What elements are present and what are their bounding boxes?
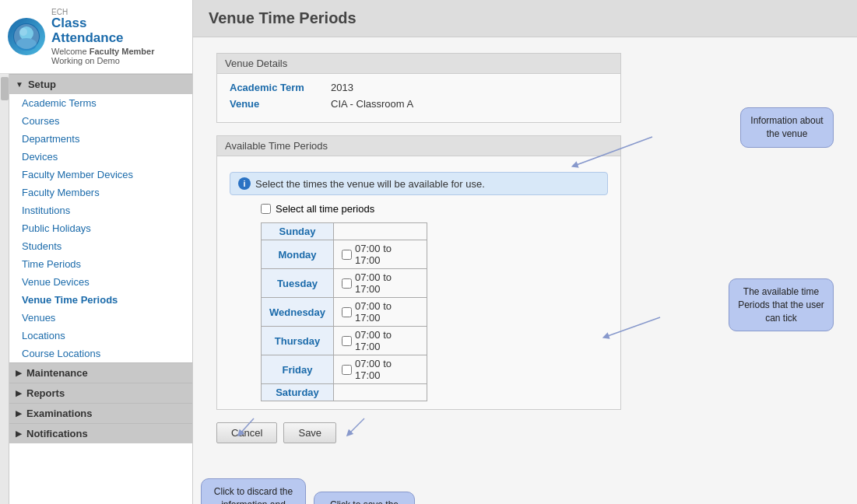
maintenance-label: Maintenance — [26, 367, 88, 379]
table-row: Saturday — [262, 384, 427, 401]
sidebar-item-venues[interactable]: Venues — [9, 309, 192, 327]
content-area: Venue Details Academic Term 2013 Venue C… — [193, 37, 857, 459]
academic-term-label: Academic Term — [230, 82, 331, 93]
time-periods-table: Sunday Monday 07:00 to 17:00 — [261, 222, 427, 401]
sidebar-item-locations[interactable]: Locations — [9, 327, 192, 345]
sidebar-section-examinations[interactable]: ▶ Examinations — [9, 403, 192, 423]
examinations-label: Examinations — [26, 408, 93, 419]
info-text: Select the times the venue will be avail… — [255, 178, 485, 190]
thursday-time: 07:00 to 17:00 — [355, 329, 419, 352]
info-icon: i — [238, 177, 251, 190]
venue-label: Venue — [230, 98, 331, 110]
notifications-label: Notifications — [26, 428, 88, 439]
sidebar-item-venue-time-periods[interactable]: Venue Time Periods — [9, 291, 192, 309]
wednesday-checkbox[interactable] — [342, 307, 352, 317]
available-periods-section: Available Time Periods i Select the time… — [216, 135, 621, 410]
thursday-checkbox[interactable] — [342, 336, 352, 346]
day-tuesday: Tuesday — [262, 269, 334, 298]
sidebar: ECH ClassAttendance Welcome Faculty Memb… — [0, 0, 193, 504]
wednesday-time: 07:00 to 17:00 — [355, 300, 419, 324]
time-saturday — [334, 384, 427, 401]
sidebar-section-reports[interactable]: ▶ Reports — [9, 383, 192, 403]
day-sunday: Sunday — [262, 223, 334, 240]
svg-point-3 — [19, 28, 27, 36]
day-thursday: Thursday — [262, 327, 334, 355]
sidebar-header: ECH ClassAttendance Welcome Faculty Memb… — [0, 0, 192, 74]
sidebar-item-faculty-member-devices[interactable]: Faculty Member Devices — [9, 166, 192, 184]
sidebar-item-devices[interactable]: Devices — [9, 148, 192, 166]
welcome-text: Welcome Faculty MemberWorking on Demo — [51, 47, 154, 65]
cancel-button[interactable]: Cancel — [216, 422, 277, 443]
time-tuesday: 07:00 to 17:00 — [334, 269, 427, 298]
svg-point-1 — [19, 26, 33, 40]
button-row: Cancel Save — [216, 422, 834, 443]
sidebar-item-academic-terms[interactable]: Academic Terms — [9, 94, 192, 112]
table-row: Friday 07:00 to 17:00 — [262, 355, 427, 384]
friday-checkbox[interactable] — [342, 365, 352, 375]
sidebar-item-institutions[interactable]: Institutions — [9, 201, 192, 219]
reports-label: Reports — [26, 387, 65, 399]
tooltip-save: Click to save the information of the ven… — [314, 492, 415, 504]
day-friday: Friday — [262, 355, 334, 384]
table-row: Sunday — [262, 223, 427, 240]
day-monday: Monday — [262, 240, 334, 269]
app-title-wrap: ECH ClassAttendance Welcome Faculty Memb… — [51, 8, 154, 65]
venue-value: CIA - Classroom A — [331, 98, 413, 110]
sidebar-item-venue-devices[interactable]: Venue Devices — [9, 273, 192, 291]
logo-icon — [8, 18, 45, 55]
tuesday-checkbox[interactable] — [342, 278, 352, 289]
sidebar-item-courses[interactable]: Courses — [9, 112, 192, 130]
select-all-label: Select all time periods — [276, 203, 374, 215]
time-monday: 07:00 to 17:00 — [334, 240, 427, 269]
page-title: Venue Time Periods — [193, 0, 857, 37]
day-wednesday: Wednesday — [262, 298, 334, 327]
sidebar-section-setup[interactable]: ▼ Setup — [9, 74, 192, 94]
tuesday-time: 07:00 to 17:00 — [355, 271, 419, 295]
time-friday: 07:00 to 17:00 — [334, 355, 427, 384]
venue-row: Venue CIA - Classroom A — [230, 98, 608, 110]
venue-details-header: Venue Details — [217, 54, 620, 74]
time-sunday — [334, 223, 427, 240]
info-banner: i Select the times the venue will be ava… — [230, 172, 608, 195]
table-row: Thursday 07:00 to 17:00 — [262, 327, 427, 355]
academic-term-row: Academic Term 2013 — [230, 82, 608, 93]
sidebar-section-notifications[interactable]: ▶ Notifications — [9, 423, 192, 443]
arrow-icon: ▼ — [16, 80, 23, 89]
academic-term-value: 2013 — [331, 82, 353, 93]
venue-details-section: Venue Details Academic Term 2013 Venue C… — [216, 53, 621, 123]
monday-time: 07:00 to 17:00 — [355, 243, 419, 266]
tooltip-periods: The available time Periods that the user… — [729, 278, 834, 331]
arrow-icon: ▶ — [16, 429, 22, 438]
time-thursday: 07:00 to 17:00 — [334, 327, 427, 355]
sidebar-item-departments[interactable]: Departments — [9, 130, 192, 148]
sidebar-section-maintenance[interactable]: ▶ Maintenance — [9, 362, 192, 383]
arrow-icon: ▶ — [16, 369, 22, 377]
setup-label: Setup — [28, 79, 56, 90]
monday-checkbox[interactable] — [342, 250, 352, 260]
tooltip-cancel: Click to discard the information and ret… — [201, 478, 306, 504]
app-title: ClassAttendance — [51, 16, 154, 45]
sidebar-item-faculty-members[interactable]: Faculty Members — [9, 184, 192, 201]
select-all-row: Select all time periods — [261, 203, 608, 215]
tooltip-venue: Information about the venue — [740, 107, 834, 148]
save-button[interactable]: Save — [283, 422, 336, 443]
time-wednesday: 07:00 to 17:00 — [334, 298, 427, 327]
arrow-icon: ▶ — [16, 409, 22, 418]
sidebar-item-public-holidays[interactable]: Public Holidays — [9, 219, 192, 237]
select-all-checkbox[interactable] — [261, 204, 271, 214]
arrow-icon: ▶ — [16, 389, 22, 397]
friday-time: 07:00 to 17:00 — [355, 358, 419, 381]
sidebar-item-time-periods[interactable]: Time Periods — [9, 255, 192, 273]
table-row: Tuesday 07:00 to 17:00 — [262, 269, 427, 298]
day-saturday: Saturday — [262, 384, 334, 401]
table-row: Wednesday 07:00 to 17:00 — [262, 298, 427, 327]
table-row: Monday 07:00 to 17:00 — [262, 240, 427, 269]
sidebar-item-students[interactable]: Students — [9, 237, 192, 255]
available-periods-header: Available Time Periods — [217, 136, 620, 156]
svg-point-2 — [16, 38, 37, 51]
sidebar-item-course-locations[interactable]: Course Locations — [9, 345, 192, 362]
main-content: Venue Time Periods Venue Details Academi… — [193, 0, 857, 504]
